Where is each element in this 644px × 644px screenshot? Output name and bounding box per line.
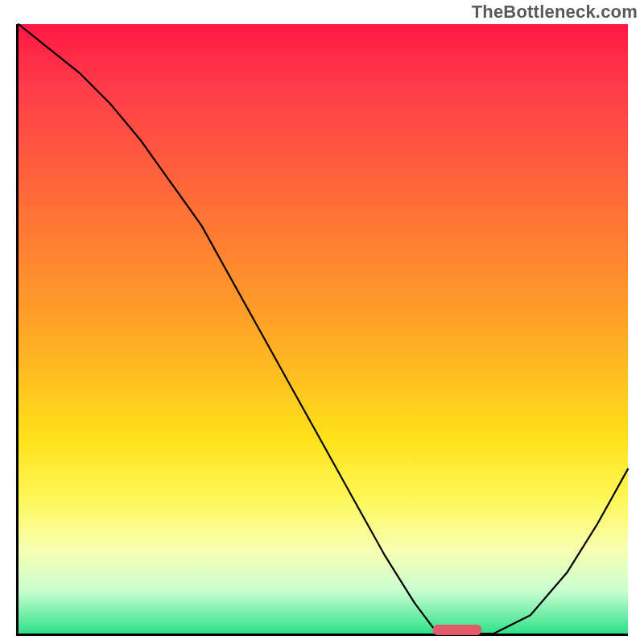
bottleneck-curve xyxy=(19,24,628,634)
plot-area xyxy=(16,24,628,636)
chart-frame: TheBottleneck.com xyxy=(0,0,644,644)
chart-overlay xyxy=(19,24,628,634)
optimal-marker xyxy=(433,625,482,635)
watermark-text: TheBottleneck.com xyxy=(472,2,638,23)
